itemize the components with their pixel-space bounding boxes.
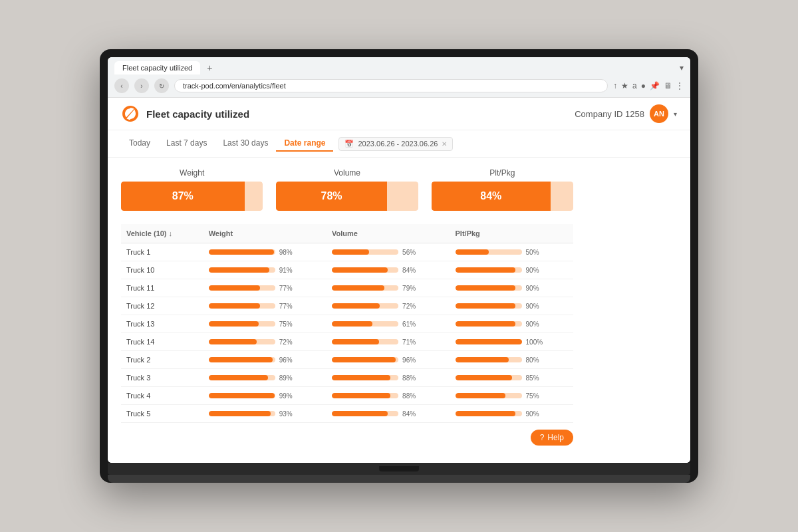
weight-cell: 75% (203, 315, 327, 333)
volume-cell: 88% (327, 387, 450, 405)
vehicle-name: Truck 12 (121, 297, 203, 315)
laptop-base (108, 463, 690, 475)
card-empty (551, 182, 573, 211)
volume-cell: 84% (327, 405, 450, 423)
browser-tab-active[interactable]: Fleet capacity utilized (114, 61, 200, 74)
table-row: Truck 4 99% 88% 75% (121, 387, 573, 405)
window-minimize-icon[interactable]: ▾ (680, 63, 684, 72)
browser-tabs: Fleet capacity utilized + ▾ (114, 61, 684, 74)
filter-last7[interactable]: Last 7 days (158, 136, 215, 152)
date-range-picker[interactable]: 📅 2023.06.26 - 2023.06.26 ✕ (338, 137, 453, 151)
table-row: Truck 14 72% 71% 100% (121, 333, 573, 351)
address-bar[interactable]: track-pod.com/en/analytics/fleet (174, 79, 608, 92)
more-icon[interactable]: ⋮ (676, 81, 684, 90)
screen-icon[interactable]: 🖥 (664, 81, 672, 90)
date-filter-bar: Today Last 7 days Last 30 days Date rang… (108, 130, 690, 158)
filter-daterange[interactable]: Date range (276, 136, 333, 152)
vehicle-name: Truck 5 (121, 405, 203, 423)
plt-cell: 80% (450, 351, 573, 369)
weight-cell: 98% (203, 243, 327, 261)
table-row: Truck 11 77% 79% 90% (121, 279, 573, 297)
bookmark-icon[interactable]: ★ (621, 81, 628, 90)
filter-today[interactable]: Today (121, 136, 158, 152)
weight-cell: 93% (203, 405, 327, 423)
volume-cell: 72% (327, 297, 450, 315)
weight-cell: 72% (203, 333, 327, 351)
col-volume[interactable]: Volume (327, 224, 450, 243)
table-row: Truck 10 91% 84% 90% (121, 261, 573, 279)
trackpod-logo-icon (121, 104, 140, 123)
amazon-icon[interactable]: a (632, 81, 637, 90)
vehicle-name: Truck 2 (121, 351, 203, 369)
plt-cell: 90% (450, 315, 573, 333)
card-label: Volume (276, 168, 418, 178)
vehicle-name: Truck 14 (121, 333, 203, 351)
circle-icon[interactable]: ● (641, 81, 646, 90)
weight-cell: 77% (203, 297, 327, 315)
reload-button[interactable]: ↻ (154, 78, 169, 93)
volume-cell: 96% (327, 351, 450, 369)
dropdown-chevron-icon[interactable]: ▾ (674, 110, 677, 118)
laptop-notch (379, 466, 419, 471)
logo-area: Fleet capacity utilized (121, 104, 249, 123)
plt-cell: 75% (450, 387, 573, 405)
card-fill: 84% (432, 182, 551, 211)
weight-cell: 89% (203, 369, 327, 387)
table-row: Truck 3 89% 88% 85% (121, 369, 573, 387)
laptop-bottom (108, 475, 690, 483)
weight-cell: 99% (203, 387, 327, 405)
vehicle-name: Truck 1 (121, 243, 203, 261)
col-weight[interactable]: Weight (203, 224, 327, 243)
plt-cell: 90% (450, 261, 573, 279)
volume-cell: 56% (327, 243, 450, 261)
card-bar: 84% (432, 182, 573, 211)
vehicle-name: Truck 3 (121, 369, 203, 387)
col-plt[interactable]: Plt/Pkg (450, 224, 573, 243)
card-label: Weight (121, 168, 263, 178)
address-text: track-pod.com/en/analytics/fleet (183, 82, 286, 90)
date-range-close-icon[interactable]: ✕ (442, 140, 447, 148)
volume-cell: 88% (327, 369, 450, 387)
screen: Fleet capacity utilized + ▾ ‹ › ↻ track-… (108, 57, 690, 463)
back-button[interactable]: ‹ (114, 78, 129, 93)
card-empty (245, 182, 263, 211)
forward-button[interactable]: › (134, 78, 149, 93)
summary-cards: Weight 87% Volume 78% Plt/Pkg 84% (121, 168, 573, 211)
card-empty (387, 182, 418, 211)
help-area: ? Help (121, 423, 587, 452)
plt-cell: 100% (450, 333, 573, 351)
weight-cell: 96% (203, 351, 327, 369)
plt-cell: 50% (450, 243, 573, 261)
page-title: Fleet capacity utilized (146, 108, 249, 120)
main-content: Weight 87% Volume 78% Plt/Pkg 84% Vehicl… (108, 158, 690, 463)
browser-chrome: Fleet capacity utilized + ▾ ‹ › ↻ track-… (108, 57, 690, 98)
vehicle-name: Truck 10 (121, 261, 203, 279)
volume-cell: 84% (327, 261, 450, 279)
vehicles-table: Vehicle (10) ↓ Weight Volume Plt/Pkg Tru… (121, 224, 573, 423)
table-row: Truck 12 77% 72% 90% (121, 297, 573, 315)
card-bar: 78% (276, 182, 418, 211)
avatar-button[interactable]: AN (650, 104, 668, 123)
pin-icon[interactable]: 📌 (650, 81, 660, 90)
plt-cell: 90% (450, 297, 573, 315)
new-tab-button[interactable]: + (203, 61, 216, 74)
app-header: Fleet capacity utilized Company ID 1258 … (108, 98, 690, 130)
filter-last30[interactable]: Last 30 days (215, 136, 276, 152)
table-row: Truck 5 93% 84% 90% (121, 405, 573, 423)
table-row: Truck 13 75% 61% 90% (121, 315, 573, 333)
col-vehicle[interactable]: Vehicle (10) ↓ (121, 224, 203, 243)
card-fill: 87% (121, 182, 245, 211)
card-label: Plt/Pkg (432, 168, 573, 178)
table-row: Truck 1 98% 56% 50% (121, 243, 573, 261)
help-label: Help (547, 433, 564, 442)
weight-cell: 77% (203, 279, 327, 297)
help-circle-icon: ? (540, 433, 545, 442)
plt-cell: 90% (450, 405, 573, 423)
card-bar: 87% (121, 182, 263, 211)
weight-cell: 91% (203, 261, 327, 279)
plt-cell: 85% (450, 369, 573, 387)
calendar-icon: 📅 (344, 140, 354, 148)
share-icon[interactable]: ↑ (613, 81, 617, 90)
summary-card-weight: Weight 87% (121, 168, 263, 211)
help-button[interactable]: ? Help (531, 430, 573, 446)
